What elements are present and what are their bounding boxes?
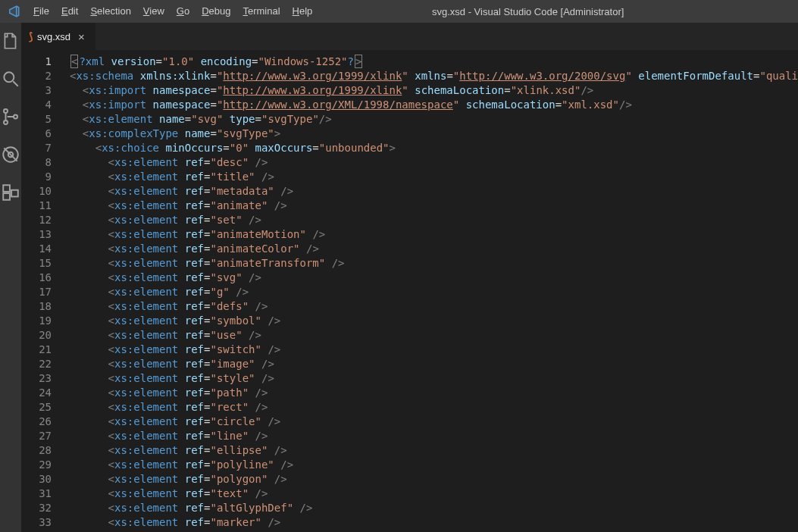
code-line[interactable]: <xs:import namespace="http://www.w3.org/…	[70, 83, 798, 98]
svg-rect-8	[11, 190, 18, 197]
menu-bar: File Edit Selection View Go Debug Termin…	[27, 0, 318, 23]
menu-edit[interactable]: Edit	[55, 0, 84, 23]
code-line[interactable]: <xs:element ref="polyline" />	[70, 458, 798, 472]
code-line[interactable]: <xs:element ref="style" />	[70, 371, 798, 386]
code-line[interactable]: <xs:element ref="set" />	[70, 213, 798, 227]
svg-point-1	[4, 109, 8, 113]
code-line[interactable]: <xs:element ref="image" />	[70, 357, 798, 371]
code-line[interactable]: <xs:element name="svg" type="svgType"/>	[70, 112, 798, 127]
code-line[interactable]: <xs:element ref="polygon" />	[70, 472, 798, 487]
code-line[interactable]: <xs:element ref="animateMotion" />	[70, 227, 798, 242]
code-line[interactable]: <xs:element ref="text" />	[70, 487, 798, 501]
code-line[interactable]: <?xml version="1.0" encoding="Windows-12…	[70, 55, 798, 69]
code-line[interactable]: <xs:element ref="path" />	[70, 386, 798, 400]
code-line[interactable]: <xs:element ref="animateTransform" />	[70, 256, 798, 271]
svg-point-3	[14, 115, 17, 119]
tab-bar: ⟆ svg.xsd ×	[21, 23, 798, 50]
menu-help[interactable]: Help	[286, 0, 319, 23]
code-line[interactable]: <xs:element ref="svg" />	[70, 271, 798, 285]
code-line[interactable]: <xs:element ref="title" />	[70, 170, 798, 184]
code-line[interactable]: <xs:element ref="animate" />	[70, 199, 798, 213]
code-line[interactable]: <xs:import namespace="http://www.w3.org/…	[70, 98, 798, 112]
file-icon: ⟆	[29, 30, 33, 42]
code-line[interactable]: <xs:element ref="defs" />	[70, 299, 798, 314]
tab-label: svg.xsd	[37, 31, 70, 42]
code-line[interactable]: <xs:schema xmlns:xlink="http://www.w3.or…	[70, 69, 798, 83]
svg-point-0	[4, 72, 14, 82]
title-bar: File Edit Selection View Go Debug Termin…	[0, 0, 798, 23]
search-icon[interactable]	[0, 68, 21, 89]
code-line[interactable]: <xs:element ref="circle" />	[70, 415, 798, 429]
menu-file[interactable]: File	[27, 0, 55, 23]
menu-go[interactable]: Go	[171, 0, 196, 23]
tab-svg-xsd[interactable]: ⟆ svg.xsd ×	[21, 23, 95, 50]
menu-view[interactable]: View	[137, 0, 171, 23]
code-line[interactable]: <xs:element ref="metadata" />	[70, 184, 798, 199]
editor-area: ⟆ svg.xsd × 1234567891011121314151617181…	[21, 23, 798, 532]
editor[interactable]: 1234567891011121314151617181920212223242…	[21, 50, 798, 532]
extensions-icon[interactable]	[0, 182, 21, 203]
close-icon[interactable]: ×	[75, 30, 88, 43]
code-line[interactable]: <xs:element ref="altGlyphDef" />	[70, 501, 798, 515]
code-line[interactable]: <xs:choice minOccurs="0" maxOccurs="unbo…	[70, 141, 798, 155]
menu-debug[interactable]: Debug	[196, 0, 236, 23]
code-line[interactable]: <xs:element ref="animateColor" />	[70, 242, 798, 256]
activity-bar	[0, 23, 21, 532]
code-line[interactable]: <xs:element ref="g" />	[70, 285, 798, 299]
code-line[interactable]: <xs:element ref="line" />	[70, 429, 798, 443]
source-control-icon[interactable]	[0, 106, 21, 127]
explorer-icon[interactable]	[0, 30, 21, 52]
debug-icon[interactable]	[0, 144, 21, 165]
code-line[interactable]: <xs:element ref="desc" />	[70, 155, 798, 170]
code-line[interactable]: <xs:element ref="symbol" />	[70, 314, 798, 328]
svg-rect-7	[3, 193, 10, 200]
svg-rect-6	[3, 185, 10, 192]
code-line[interactable]: <xs:element ref="rect" />	[70, 400, 798, 415]
code-content[interactable]: <?xml version="1.0" encoding="Windows-12…	[70, 50, 798, 532]
code-line[interactable]: <xs:element ref="use" />	[70, 328, 798, 343]
vscode-logo-icon	[0, 5, 27, 18]
code-line[interactable]: <xs:element ref="ellipse" />	[70, 443, 798, 458]
svg-point-2	[4, 120, 8, 124]
window-title: svg.xsd - Visual Studio Code [Administra…	[318, 6, 798, 17]
menu-terminal[interactable]: Terminal	[236, 0, 286, 23]
line-number-gutter: 1234567891011121314151617181920212223242…	[21, 50, 70, 532]
code-line[interactable]: <xs:complexType name="svgType">	[70, 127, 798, 141]
code-line[interactable]: <xs:element ref="marker" />	[70, 515, 798, 530]
code-line[interactable]: <xs:element ref="switch" />	[70, 343, 798, 357]
menu-selection[interactable]: Selection	[84, 0, 136, 23]
